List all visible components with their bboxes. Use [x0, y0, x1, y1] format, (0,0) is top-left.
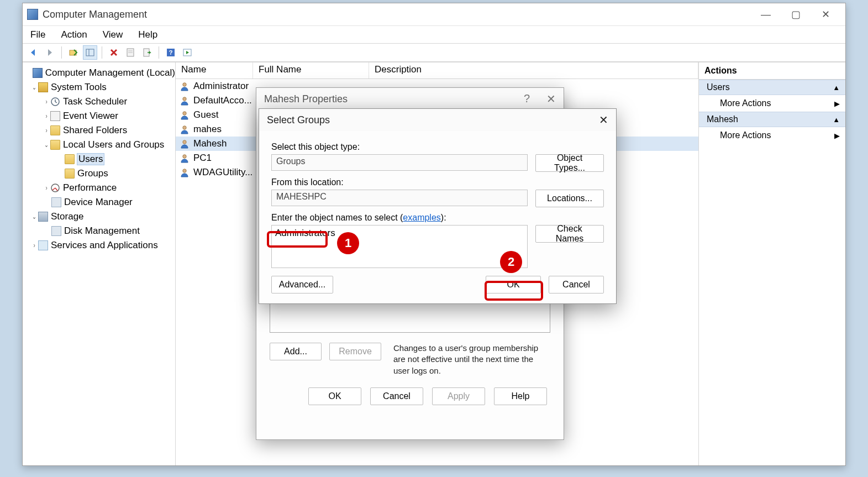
menu-file[interactable]: File: [30, 29, 45, 40]
actions-more-users[interactable]: More Actions▶: [699, 95, 845, 112]
svg-point-12: [183, 83, 186, 86]
tree-system-tools[interactable]: System Tools: [51, 82, 107, 93]
menubar: File Action View Help: [23, 25, 845, 43]
tree-disk-management[interactable]: Disk Management: [64, 226, 140, 237]
properties-apply-button: Apply: [432, 387, 485, 405]
location-label: From this location:: [271, 177, 604, 187]
location-value: MAHESHPC: [271, 190, 528, 206]
delete-icon[interactable]: [107, 45, 121, 60]
user-icon: [179, 139, 190, 149]
user-name: Guest: [193, 109, 218, 120]
user-name: WDAGUtility...: [193, 167, 252, 178]
minimize-button[interactable]: ―: [758, 7, 774, 22]
toolbar: ?: [23, 43, 845, 62]
chevron-right-icon: ▶: [834, 132, 840, 140]
check-names-button[interactable]: Check Names: [535, 225, 604, 243]
user-name: mahes: [193, 124, 222, 135]
tree-groups[interactable]: Groups: [77, 168, 108, 179]
collapse-icon: ▲: [833, 83, 840, 92]
help-icon[interactable]: ?: [164, 45, 178, 60]
user-icon: [179, 81, 190, 91]
svg-point-18: [183, 169, 186, 172]
properties-icon[interactable]: [123, 45, 138, 60]
tree-root[interactable]: Computer Management (Local): [45, 67, 175, 78]
up-level-icon[interactable]: [66, 45, 81, 60]
collapse-icon: ▲: [833, 116, 840, 124]
examples-link[interactable]: examples: [403, 213, 440, 222]
select-groups-title: Select Groups: [267, 114, 330, 126]
actions-header: Actions: [699, 62, 845, 80]
tree-users[interactable]: Users: [77, 154, 104, 165]
object-type-label: Select this object type:: [271, 142, 604, 152]
tree-shared-folders[interactable]: Shared Folders: [63, 125, 127, 136]
menu-help[interactable]: Help: [138, 29, 157, 40]
actions-pane: Actions Users▲ More Actions▶ Mahesh▲ Mor…: [699, 62, 845, 465]
tree-device-manager[interactable]: Device Manager: [64, 197, 133, 208]
svg-point-17: [183, 155, 186, 158]
actions-section-users[interactable]: Users▲: [699, 80, 845, 95]
user-name: DefaultAcco...: [193, 95, 252, 106]
user-icon: [179, 96, 190, 106]
actions-section-mahesh[interactable]: Mahesh▲: [699, 112, 845, 127]
advanced-button[interactable]: Advanced...: [271, 276, 333, 293]
properties-cancel-button[interactable]: Cancel: [370, 387, 423, 405]
properties-help-button2[interactable]: Help: [494, 387, 547, 405]
select-groups-dialog: Select Groups ✕ Select this object type:…: [259, 108, 617, 304]
properties-close-button[interactable]: ✕: [546, 92, 556, 106]
col-full-name[interactable]: Full Name: [253, 62, 369, 78]
svg-point-15: [183, 126, 186, 129]
svg-rect-1: [86, 49, 94, 56]
svg-point-16: [183, 140, 186, 144]
object-names-label: Enter the object names to select (exampl…: [271, 213, 604, 223]
user-icon: [179, 167, 190, 177]
select-groups-cancel-button[interactable]: Cancel: [549, 276, 604, 293]
properties-ok-button[interactable]: OK: [308, 387, 361, 405]
user-name: Mahesh: [193, 138, 227, 149]
tree-local-users-groups[interactable]: Local Users and Groups: [63, 139, 164, 150]
user-name: Administrator: [193, 81, 249, 92]
col-name[interactable]: Name: [176, 62, 253, 78]
app-icon: [27, 9, 38, 20]
forward-button[interactable]: [43, 45, 57, 60]
export-icon[interactable]: [140, 45, 154, 60]
svg-point-13: [183, 97, 186, 101]
titlebar: Computer Management ― ▢ ✕: [23, 3, 845, 25]
show-hide-tree-icon[interactable]: [83, 45, 97, 60]
user-icon: [179, 110, 190, 120]
select-groups-ok-button[interactable]: OK: [486, 276, 541, 293]
svg-point-14: [183, 112, 186, 115]
user-icon: [179, 124, 190, 134]
svg-text:?: ?: [169, 49, 173, 56]
object-names-input[interactable]: [271, 225, 528, 268]
properties-title: Mahesh Properties: [264, 93, 348, 105]
tree-performance[interactable]: Performance: [63, 182, 117, 193]
object-types-button[interactable]: Object Types...: [535, 154, 604, 172]
col-description[interactable]: Description: [369, 62, 698, 78]
tree-event-viewer[interactable]: Event Viewer: [63, 111, 118, 122]
chevron-right-icon: ▶: [834, 99, 840, 108]
membership-note: Changes to a user's group membership are…: [393, 343, 550, 376]
tree-services-apps[interactable]: Services and Applications: [51, 240, 158, 251]
navigation-tree[interactable]: Computer Management (Local) ⌄System Tool…: [23, 62, 176, 465]
add-button[interactable]: Add...: [270, 343, 322, 360]
user-name: PC1: [193, 153, 212, 164]
window-title: Computer Management: [43, 9, 147, 20]
user-icon: [179, 153, 190, 163]
properties-help-button[interactable]: ?: [524, 92, 530, 106]
close-button[interactable]: ✕: [818, 7, 833, 22]
select-groups-close-button[interactable]: ✕: [599, 113, 608, 127]
refresh-icon[interactable]: [180, 45, 194, 60]
object-type-value: Groups: [271, 154, 528, 171]
locations-button[interactable]: Locations...: [535, 190, 604, 207]
actions-more-mahesh[interactable]: More Actions▶: [699, 127, 845, 144]
tree-task-scheduler[interactable]: Task Scheduler: [63, 96, 127, 107]
back-button[interactable]: [26, 45, 40, 60]
menu-view[interactable]: View: [103, 29, 123, 40]
tree-storage[interactable]: Storage: [51, 211, 84, 222]
menu-action[interactable]: Action: [61, 29, 87, 40]
remove-button: Remove: [329, 343, 381, 360]
maximize-button[interactable]: ▢: [788, 7, 803, 22]
